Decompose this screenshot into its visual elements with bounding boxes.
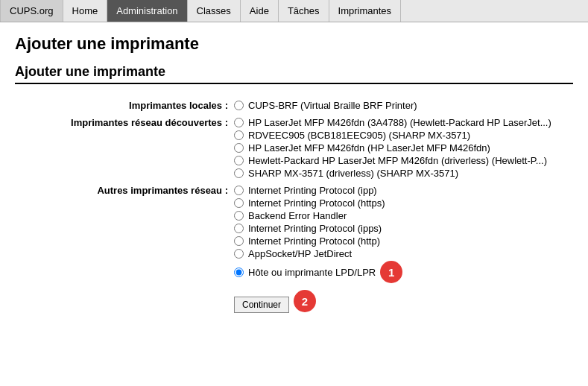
page-title: Ajouter une imprimante xyxy=(15,34,573,54)
radio-sharp-driverless-label: SHARP MX-3571 (driverless) (SHARP MX-357… xyxy=(248,168,458,179)
nav-imprimantes[interactable]: Imprimantes xyxy=(329,0,402,22)
radio-ipp-label: Internet Printing Protocol (ipp) xyxy=(248,185,377,196)
nav-administration[interactable]: Administration xyxy=(107,0,187,22)
radio-lpd-label: Hôte ou imprimante LPD/LPR xyxy=(248,267,376,278)
other-network-label: Autres imprimantes réseau : xyxy=(15,183,231,315)
network-discovered-row: Imprimantes réseau découvertes : HP Lase… xyxy=(15,115,573,183)
network-discovered-options: HP LaserJet MFP M426fdn (3A4788) (Hewlet… xyxy=(231,115,573,183)
page-content: Ajouter une imprimante Ajouter une impri… xyxy=(0,22,588,327)
nav-cups[interactable]: CUPS.org xyxy=(0,0,63,22)
annotation-1: 1 xyxy=(380,261,402,283)
local-printers-label: Imprimantes locales : xyxy=(15,98,231,115)
radio-lpd-input[interactable] xyxy=(234,268,244,277)
radio-appsocket: AppSocket/HP JetDirect xyxy=(234,248,570,259)
radio-sharp-driverless-input[interactable] xyxy=(234,168,244,178)
radio-https-label: Internet Printing Protocol (https) xyxy=(248,197,385,209)
local-printers-options: CUPS-BRF (Virtual Braille BRF Printer) xyxy=(231,98,573,115)
radio-http-label: Internet Printing Protocol (http) xyxy=(248,235,380,247)
nav-home[interactable]: Home xyxy=(63,0,108,22)
radio-hp-driverless-input[interactable] xyxy=(234,156,244,165)
radio-hp-driverless-label: Hewlett-Packard HP LaserJet MFP M426fdn … xyxy=(248,155,547,166)
radio-hp-2-input[interactable] xyxy=(234,143,244,153)
radio-rdveec-label: RDVEEC905 (BCB181EEC905) (SHARP MX-3571) xyxy=(248,130,470,141)
radio-hp-1: HP LaserJet MFP M426fdn (3A4788) (Hewlet… xyxy=(234,117,570,128)
other-network-row: Autres imprimantes réseau : Internet Pri… xyxy=(15,183,573,315)
radio-hp-1-input[interactable] xyxy=(234,118,244,127)
network-discovered-label: Imprimantes réseau découvertes : xyxy=(15,115,231,183)
section-title: Ajouter une imprimante xyxy=(15,64,573,84)
radio-cups-brf-input[interactable] xyxy=(234,101,244,110)
radio-rdveec: RDVEEC905 (BCB181EEC905) (SHARP MX-3571) xyxy=(234,130,570,141)
main-nav: CUPS.org Home Administration Classes Aid… xyxy=(0,0,588,22)
other-network-options: Internet Printing Protocol (ipp) Interne… xyxy=(231,183,573,315)
radio-cups-brf-label: CUPS-BRF (Virtual Braille BRF Printer) xyxy=(248,100,417,111)
radio-hp-2: HP LaserJet MFP M426fdn (HP LaserJet MFP… xyxy=(234,142,570,154)
radio-ipps-input[interactable] xyxy=(234,224,244,233)
radio-hp-2-label: HP LaserJet MFP M426fdn (HP LaserJet MFP… xyxy=(248,142,490,154)
radio-backend-error: Backend Error Handler xyxy=(234,210,570,221)
radio-backend-error-input[interactable] xyxy=(234,211,244,221)
continue-row: Continuer 2 xyxy=(234,289,570,313)
radio-cups-brf: CUPS-BRF (Virtual Braille BRF Printer) xyxy=(234,100,570,111)
radio-http-input[interactable] xyxy=(234,236,244,246)
local-printers-row: Imprimantes locales : CUPS-BRF (Virtual … xyxy=(15,98,573,115)
nav-taches[interactable]: Tâches xyxy=(279,0,329,22)
radio-https-input[interactable] xyxy=(234,198,244,208)
radio-sharp-driverless: SHARP MX-3571 (driverless) (SHARP MX-357… xyxy=(234,168,570,179)
radio-https: Internet Printing Protocol (https) xyxy=(234,197,570,209)
radio-ipps: Internet Printing Protocol (ipps) xyxy=(234,223,570,234)
radio-backend-error-label: Backend Error Handler xyxy=(248,210,347,221)
nav-classes[interactable]: Classes xyxy=(188,0,241,22)
radio-appsocket-input[interactable] xyxy=(234,249,244,259)
radio-appsocket-label: AppSocket/HP JetDirect xyxy=(248,248,352,259)
continue-button[interactable]: Continuer xyxy=(234,297,289,313)
nav-aide[interactable]: Aide xyxy=(241,0,279,22)
radio-ipp: Internet Printing Protocol (ipp) xyxy=(234,185,570,196)
radio-ipps-label: Internet Printing Protocol (ipps) xyxy=(248,223,382,234)
radio-http: Internet Printing Protocol (http) xyxy=(234,235,570,247)
annotation-2: 2 xyxy=(294,290,316,312)
radio-ipp-input[interactable] xyxy=(234,186,244,195)
radio-lpd: Hôte ou imprimante LPD/LPR 1 xyxy=(234,261,570,283)
radio-hp-driverless: Hewlett-Packard HP LaserJet MFP M426fdn … xyxy=(234,155,570,166)
radio-hp-1-label: HP LaserJet MFP M426fdn (3A4788) (Hewlet… xyxy=(248,117,551,128)
printer-form: Imprimantes locales : CUPS-BRF (Virtual … xyxy=(15,98,573,315)
radio-rdveec-input[interactable] xyxy=(234,130,244,140)
